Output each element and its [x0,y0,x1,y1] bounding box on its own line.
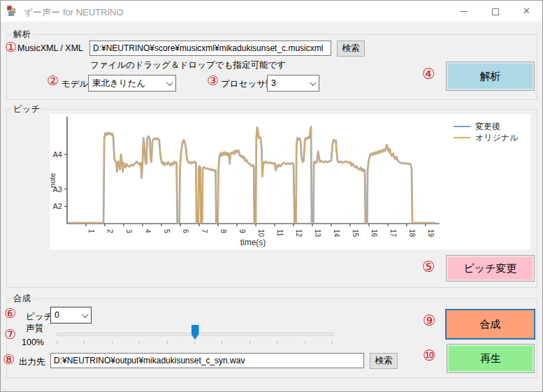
annotation-5: ⑤ [422,260,435,275]
model-label: モデル [61,78,88,90]
svg-text:note: note [50,173,57,187]
svg-text:9: 9 [238,229,246,233]
chevron-down-icon [166,79,173,86]
processor-value: 3 [271,78,276,88]
legend-line-icon [454,126,470,127]
synth-pitch-label: ピッチ [26,311,52,323]
svg-text:10: 10 [257,229,265,238]
svg-text:2: 2 [106,229,114,233]
synth-pitch-select[interactable]: 0 [50,307,92,324]
legend-label: 変更後 [475,121,500,133]
svg-text:4: 4 [144,229,152,233]
svg-text:7: 7 [201,229,208,233]
annotation-4: ④ [422,67,435,82]
svg-text:1: 1 [87,229,95,233]
musicxml-search-button[interactable]: 検索 [337,41,365,57]
svg-text:time(s): time(s) [240,238,266,247]
legend-line-icon [454,137,470,138]
app-icon [7,6,18,17]
svg-text:A2: A2 [53,202,62,210]
pitch-change-button[interactable]: ピッチ変更 [446,255,535,282]
title-bar: ずー声ー for NEUTRINO ✕ [1,1,542,22]
voice-quality-percent: 100% [22,337,44,347]
close-icon: ✕ [523,6,530,16]
chevron-down-icon [310,79,317,86]
annotation-3: ③ [207,74,219,87]
play-button[interactable]: 再生 [447,344,535,373]
slider-ticks [57,341,333,344]
maximize-icon [492,8,499,15]
minimize-icon [460,11,468,12]
annotation-10: ⑩ [423,349,436,363]
legend-label: オリジナル [475,132,518,144]
analyze-button[interactable]: 解析 [446,61,535,91]
output-label: 出力先 [19,356,45,368]
musicxml-label: MusicXML / XML [17,43,83,53]
svg-text:3: 3 [125,229,133,233]
pitch-chart: A4A3A212345678910111213141516171819notet… [50,114,530,249]
output-search-button[interactable]: 検索 [370,353,398,369]
annotation-1: ① [5,41,17,54]
output-path-input[interactable] [50,353,364,368]
maximize-button[interactable] [479,1,511,22]
synthesis-group-label: 合成 [11,293,33,305]
model-value: 東北きりたん [92,78,145,88]
processor-select[interactable]: 3 [267,75,319,92]
annotation-8: ⑧ [3,353,15,366]
svg-text:15: 15 [352,229,359,238]
svg-text:13: 13 [314,229,321,238]
svg-text:A4: A4 [53,150,62,159]
drag-drop-hint: ファイルのドラッグ＆ドロップでも指定可能です [90,59,286,71]
synthesize-button[interactable]: 合成 [445,309,535,340]
legend-item: 変更後 [454,121,518,132]
window-title: ずー声ー for NEUTRINO [24,6,124,19]
svg-text:19: 19 [427,229,435,238]
svg-text:16: 16 [370,229,378,238]
svg-text:12: 12 [295,229,303,238]
chevron-down-icon [82,311,89,318]
svg-text:14: 14 [333,229,340,238]
model-select[interactable]: 東北きりたん [88,75,176,92]
svg-text:11: 11 [276,229,284,237]
processor-label: プロセッサ数 [221,78,274,90]
pitch-group-label: ピッチ [11,103,42,115]
annotation-6: ⑥ [4,307,16,320]
voice-quality-label: 声質 [26,323,43,335]
app-window: ずー声ー for NEUTRINO ✕ 解析 ① MusicXML / XML … [0,0,543,392]
svg-text:17: 17 [389,229,397,238]
annotation-2: ② [47,74,59,87]
minimize-button[interactable] [448,1,479,22]
svg-text:8: 8 [219,229,227,233]
musicxml-path-input[interactable] [89,41,331,56]
annotation-7: ⑦ [4,328,16,341]
svg-text:6: 6 [182,229,189,233]
svg-text:5: 5 [163,229,171,233]
chart-legend: 変更後オリジナル [454,121,518,143]
annotation-9: ⑨ [423,314,436,328]
legend-item: オリジナル [454,132,518,143]
svg-text:18: 18 [408,229,416,238]
close-button[interactable]: ✕ [511,1,542,22]
synth-pitch-value: 0 [55,310,59,320]
